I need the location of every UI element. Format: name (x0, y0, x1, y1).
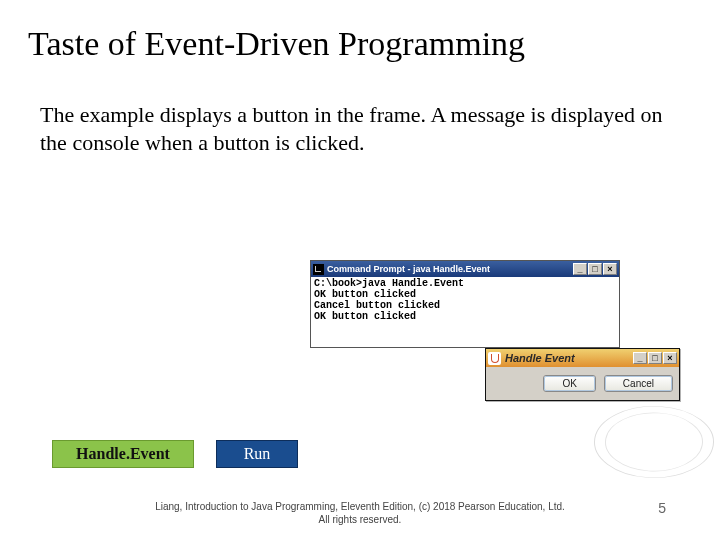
page-number: 5 (658, 500, 666, 516)
command-prompt-output: C:\book>java Handle.Event OK button clic… (311, 277, 619, 347)
slide-title: Taste of Event-Driven Programming (0, 0, 720, 73)
cancel-button[interactable]: Cancel (604, 375, 673, 392)
footer-line-1: Liang, Introduction to Java Programming,… (0, 501, 720, 514)
minimize-button[interactable]: _ (573, 263, 587, 275)
command-prompt-window: Command Prompt - java Handle.Event _ □ ×… (310, 260, 620, 348)
decorative-cone (588, 402, 720, 481)
close-button[interactable]: × (663, 352, 677, 364)
command-prompt-icon (313, 264, 324, 275)
slide-action-buttons: Handle.Event Run (52, 440, 298, 468)
maximize-button[interactable]: □ (588, 263, 602, 275)
footer-line-2: All rights reserved. (0, 514, 720, 527)
close-button[interactable]: × (603, 263, 617, 275)
ok-button[interactable]: OK (543, 375, 595, 392)
handle-event-body: OK Cancel (486, 367, 679, 400)
run-button[interactable]: Run (216, 440, 298, 468)
command-prompt-titlebar: Command Prompt - java Handle.Event _ □ × (311, 261, 619, 277)
command-prompt-title: Command Prompt - java Handle.Event (327, 264, 490, 274)
java-icon (488, 352, 501, 365)
handle-event-title: Handle Event (505, 352, 575, 364)
handle-event-titlebar: Handle Event _ □ × (486, 349, 679, 367)
figure-area: Command Prompt - java Handle.Event _ □ ×… (310, 260, 680, 348)
footer: Liang, Introduction to Java Programming,… (0, 501, 720, 526)
handle-event-link-button[interactable]: Handle.Event (52, 440, 194, 468)
minimize-button[interactable]: _ (633, 352, 647, 364)
handle-event-window: Handle Event _ □ × OK Cancel (485, 348, 680, 401)
maximize-button[interactable]: □ (648, 352, 662, 364)
slide-body-text: The example displays a button in the fra… (0, 73, 720, 156)
